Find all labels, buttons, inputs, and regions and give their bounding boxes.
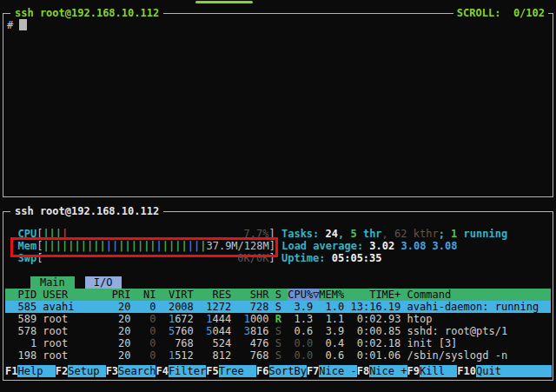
top-edge-artifact [195,1,253,3]
shell-prompt: # [7,19,13,31]
process-user: root [43,325,111,337]
uptime-stat: 05:05:35 [332,252,382,264]
column-header-virt[interactable]: VIRT [162,289,194,301]
process-command: /sbin/syslogd -n [407,349,508,362]
terminal-screen: ssh root@192.168.10.112 SCROLL: 0/102 # … [0,0,556,392]
process-pid: 1 [5,337,36,349]
process-state: S [275,337,281,349]
process-state: S [275,349,281,362]
process-command: htop [407,313,433,325]
blank-line [5,264,551,276]
function-key-bar: F1Help F2Setup F3SearchF4FilterF5Tree F6… [5,365,551,377]
blank-line [5,216,551,228]
fkey-F7[interactable]: F7Nice - [307,365,357,377]
process-row-578[interactable]: 578 root 20 0 5760 5044 3816 S 0.6 3.9 0… [5,325,551,337]
screen-tabs: MainI/O [5,276,551,289]
process-pid: 198 [5,349,36,362]
process-row-198[interactable]: 198 root 20 0 1512 812 768 S 0.0 0.6 0:0… [5,349,551,362]
fkey-F1[interactable]: F1Help [5,365,56,377]
column-header-state[interactable]: S [275,289,281,301]
load-average-stat: 3.08 [400,240,432,252]
column-header-pid[interactable]: PID [5,289,36,301]
load-average-stat: Load average: [281,240,369,252]
process-row-1[interactable]: 1 root 20 0 768 524 476 S 0.0 0.4 0:02.1… [5,337,551,349]
fkey-F2[interactable]: F2Setup [56,365,106,377]
process-user: root [43,349,111,362]
column-header-cpu-sorted[interactable]: CPU%▽ [288,289,319,301]
process-state: R [275,313,281,325]
uptime-stat: Uptime: [281,252,332,264]
fkey-F6[interactable]: F6SortBy [256,365,307,377]
fkey-F10[interactable]: F10Quit [457,365,551,377]
tasks-stat: 24 [326,228,338,240]
mem-highlight-annotation [10,237,278,257]
load-average-stat: 3.08 [433,240,458,252]
tasks-stat: Tasks: [281,228,326,240]
process-row-585[interactable]: 585 avahi 20 0 2008 1272 728 S 3.9 1.0 1… [5,301,551,313]
process-pid: 585 [5,301,36,313]
pane-shell[interactable]: ssh root@192.168.10.112 SCROLL: 0/102 # [3,13,553,197]
table-header: PID USER PRI NI VIRT RES SHR S CPU%▽MEM%… [5,289,551,301]
fkey-F4[interactable]: F4Filter [156,365,206,377]
scroll-indicator: SCROLL: 0/102 [453,7,548,19]
process-command: sshd: root@pts/1 [407,325,508,337]
tasks-stat: thr [357,228,382,240]
tasks-stat: , [338,228,350,240]
process-pid: 578 [5,325,36,337]
column-header-res[interactable]: RES [200,289,231,301]
tab-main[interactable]: Main [30,276,75,289]
fkey-F8[interactable]: F8Nice + [357,365,407,377]
tasks-stat: 5 [350,228,356,240]
column-header-time[interactable]: TIME+ [344,289,400,301]
process-row-589[interactable]: 589 root 20 0 1672 1444 1000 R 1.3 1.1 0… [5,313,551,325]
process-user: avahi [43,301,111,313]
tasks-stat: running [457,228,507,240]
tasks-stat: , 62 kthr [382,228,439,240]
tab-io[interactable]: I/O [85,276,122,289]
column-header-user[interactable]: USER [43,289,111,301]
process-user: root [43,313,111,325]
column-header-ni[interactable]: NI [137,289,156,301]
column-header-pri[interactable]: PRI [112,289,131,301]
load-average-stat: 3.02 [369,240,400,252]
process-pid: 589 [5,313,36,325]
fkey-F3[interactable]: F3Search [106,365,156,377]
column-header-shr[interactable]: SHR [237,289,268,301]
column-header-command[interactable]: Command [407,289,452,301]
process-user: root [43,337,111,349]
process-state: S [275,301,281,313]
process-state: S [275,325,281,337]
fkey-F5[interactable]: F5Tree [206,365,256,377]
scroll-value: 0/102 [513,7,545,19]
process-command: init [3] [407,337,458,349]
column-header-mem[interactable]: MEM% [319,289,344,301]
tasks-stat: ; [439,228,451,240]
process-command: avahi-daemon: running [407,301,539,313]
cursor-block [19,19,27,30]
pane-shell-title: ssh root@192.168.10.112 [10,7,163,19]
shell-prompt-line[interactable]: # [7,19,27,31]
scroll-label: SCROLL: [457,7,501,19]
fkey-F9[interactable]: F9Kill [407,365,458,377]
